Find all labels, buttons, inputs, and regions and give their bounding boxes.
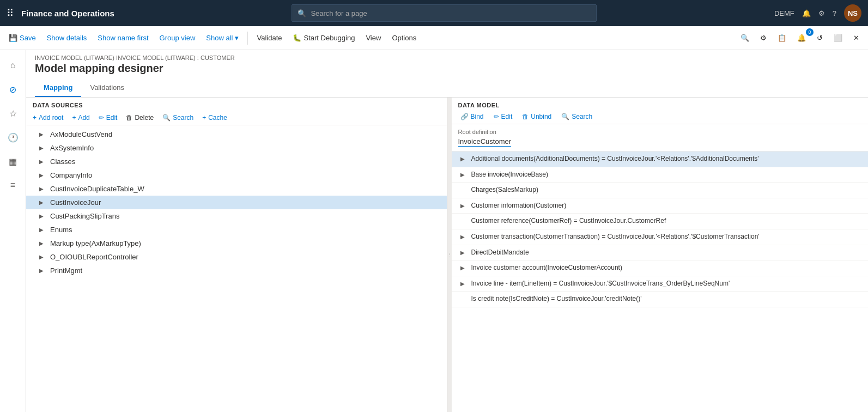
refresh-icon: ↺ [817,34,823,42]
search-icon: 🔍 [298,9,306,17]
search-ds-button[interactable]: 🔍 Search [160,113,196,123]
sidebar-icon-workspaces[interactable]: ▦ [2,150,24,172]
view-button[interactable]: View [361,32,385,44]
personalize-icon: ⚙ [760,34,767,42]
dm-item-customer-info[interactable]: ▶ Customer information(Customer) [452,198,869,214]
ds-item-AxSystemInfo[interactable]: ▶ AxSystemInfo [26,141,447,155]
page-title: Model mapping designer [35,62,859,75]
root-def-value: InvoiceCustomer [458,137,512,147]
ds-item-CustPackingSlipTrans[interactable]: ▶ CustPackingSlipTrans [26,209,447,223]
page-header: INVOICE MODEL (LITWARE) INVOICE MODEL (L… [26,50,868,98]
expand-icon: ▶ [39,159,47,165]
ds-item-AxModuleCustVend[interactable]: ▶ AxModuleCustVend [26,128,447,141]
notification-button[interactable]: 🔔 0 [793,32,810,44]
search-cmd-icon: 🔍 [740,34,749,42]
ds-item-OIOUBLReportController[interactable]: ▶ O_OIOUBLReportController [26,250,447,264]
save-icon: 💾 [9,34,17,42]
ds-item-CompanyInfo[interactable]: ▶ CompanyInfo [26,168,447,182]
show-name-button[interactable]: Show name first [93,32,153,44]
expand-icon: ▶ [39,186,47,192]
edit-ds-button[interactable]: ✏ Edit [96,113,120,123]
dm-item-is-credit-note[interactable]: ▶ Is credit note(IsCreditNote) = CustInv… [452,292,869,307]
add-button[interactable]: + Add [70,113,92,123]
expand-icon: ▶ [39,199,47,205]
root-def-label: Root definition [458,129,862,135]
avatar[interactable]: NS [844,4,861,22]
expand-icon: ▶ [39,268,47,274]
dm-item-invoice-line-item[interactable]: ▶ Invoice line - item(LineItem) = CustIn… [452,276,869,292]
dm-item-customer-ref[interactable]: ▶ Customer reference(CustomerRef) = Cust… [452,214,869,229]
expand-icon: ▶ [39,240,47,246]
global-search[interactable]: 🔍 [292,4,597,22]
ds-item-MarkupType[interactable]: ▶ Markup type(AxMarkupType) [26,237,447,250]
add-root-icon: + [33,114,37,122]
ds-list: ▶ AxModuleCustVend ▶ AxSystemInfo ▶ Clas… [26,125,447,412]
data-model-panel: DATA MODEL 🔗 Bind ✏ Edit 🗑 Unbind [452,98,869,412]
top-nav: ⠿ Finance and Operations 🔍 DEMF 🔔 ⚙ ? NS [0,0,868,26]
splitter-handle[interactable]: ⋮ [447,98,452,412]
panel-button[interactable]: 📋 [773,32,791,44]
ds-item-PrintMgmt[interactable]: ▶ PrintMgmt [26,264,447,277]
dm-item-base-invoice[interactable]: ▶ Base invoice(InvoiceBase) [452,167,869,183]
expand-icon: ▶ [39,172,47,178]
validate-button[interactable]: Validate [252,32,286,44]
panel-icon: 📋 [778,34,786,42]
show-all-button[interactable]: Show all ▾ [202,32,243,44]
notification-badge: 0 [806,28,814,36]
search-cmd-button[interactable]: 🔍 [736,32,754,44]
sidebar-icon-filter[interactable]: ⊘ [2,78,24,100]
search-input[interactable] [311,9,591,17]
breadcrumb: INVOICE MODEL (LITWARE) INVOICE MODEL (L… [35,54,859,61]
ds-item-Classes[interactable]: ▶ Classes [26,155,447,168]
settings-icon[interactable]: ⚙ [818,9,825,17]
bind-icon: 🔗 [460,113,469,120]
tab-mapping[interactable]: Mapping [35,79,81,97]
grid-icon[interactable]: ⠿ [7,7,14,19]
notification-icon[interactable]: 🔔 [802,9,811,17]
options-button[interactable]: Options [387,32,421,44]
ds-actions: + Add root + Add ✏ Edit 🗑 Delete [26,111,447,125]
refresh-button[interactable]: ↺ [812,32,827,44]
save-button[interactable]: 💾 Save [4,32,40,44]
help-icon[interactable]: ? [833,9,836,17]
root-definition: Root definition InvoiceCustomer [452,124,869,152]
dm-item-charges[interactable]: ▶ Charges(SalesMarkup) [452,183,869,198]
search-dm-button[interactable]: 🔍 Search [559,112,594,122]
ds-item-CustInvoiceJour[interactable]: ▶ CustInvoiceJour [26,196,447,209]
expand-icon: ▶ [39,131,47,137]
add-root-button[interactable]: + Add root [31,113,65,123]
bind-button[interactable]: 🔗 Bind [458,112,486,122]
personalize-button[interactable]: ⚙ [756,32,771,44]
ds-item-Enums[interactable]: ▶ Enums [26,223,447,237]
separator [247,32,248,45]
show-details-button[interactable]: Show details [43,32,92,44]
edit-dm-icon: ✏ [494,113,499,120]
expand-icon: ▶ [460,281,468,287]
dm-item-additional-docs[interactable]: ▶ Additional documents(AdditionalDocumen… [452,152,869,167]
unbind-button[interactable]: 🗑 Unbind [520,112,554,122]
env-label: DEMF [774,9,794,17]
data-sources-panel: DATA SOURCES + Add root + Add ✏ Edit [26,98,447,412]
open-new-icon: ⬜ [834,34,842,42]
sidebar-icon-home[interactable]: ⌂ [2,54,24,76]
dm-item-customer-transaction[interactable]: ▶ Customer transaction(CustomerTransacti… [452,229,869,245]
dm-item-direct-debit[interactable]: ▶ DirectDebitMandate [452,245,869,261]
tab-validations[interactable]: Validations [81,79,133,97]
close-button[interactable]: ✕ [849,32,864,44]
group-view-button[interactable]: Group view [155,32,200,44]
sidebar-icon-recent[interactable]: 🕐 [2,126,24,148]
ds-item-CustInvoiceDuplicateTable_W[interactable]: ▶ CustInvoiceDuplicateTable_W [26,182,447,196]
tabs: Mapping Validations [35,79,859,97]
open-new-button[interactable]: ⬜ [829,32,847,44]
dm-header: DATA MODEL 🔗 Bind ✏ Edit 🗑 Unbind [452,98,869,124]
start-debugging-button[interactable]: 🐛 Start Debugging [288,32,359,44]
sidebar-icon-modules[interactable]: ≡ [2,174,24,196]
dm-item-invoice-customer-account[interactable]: ▶ Invoice customer account(InvoiceCustom… [452,260,869,276]
delete-button[interactable]: 🗑 Delete [124,113,156,123]
sidebar-icon-favorites[interactable]: ☆ [2,102,24,124]
command-bar: 💾 Save Show details Show name first Grou… [0,26,868,50]
edit-dm-button[interactable]: ✏ Edit [491,112,515,122]
cache-button[interactable]: + Cache [200,113,229,123]
dm-list: ▶ Additional documents(AdditionalDocumen… [452,152,869,412]
expand-icon: ▶ [460,250,468,256]
